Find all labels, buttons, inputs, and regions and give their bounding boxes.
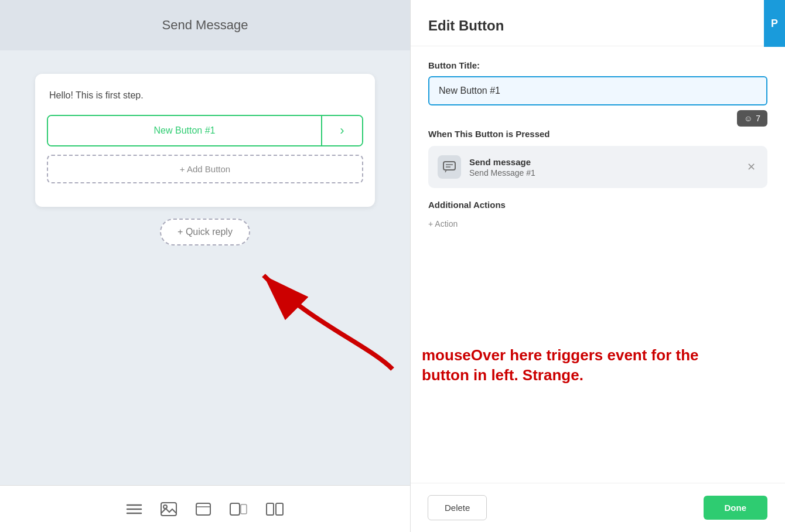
send-message-header: Send Message [0,0,410,50]
new-button-main[interactable]: New Button #1 [48,116,321,145]
toolbar-text-icon[interactable] [126,503,142,516]
blue-tab[interactable]: P [764,0,785,47]
panel-footer: Delete Done [410,483,785,532]
toolbar-gallery-icon[interactable] [229,502,248,516]
additional-actions-label: Additional Actions [428,200,767,210]
title-input-wrapper: ☺ 7 [428,76,767,105]
action-name: Send Message #1 [469,168,736,178]
char-count-value: 7 [756,114,760,123]
svg-rect-7 [230,503,240,515]
button-title-input[interactable] [428,76,767,105]
button-row: New Button #1 › [47,115,363,146]
right-panel: Edit Button P Button Title: ☺ 7 When Thi… [410,0,785,532]
send-message-title: Send Message [162,18,248,32]
action-info: Send message Send Message #1 [469,157,736,178]
svg-point-4 [163,505,167,509]
message-card: Hello! This is first step. New Button #1… [35,74,375,207]
when-pressed-label: When This Button is Pressed [428,129,767,139]
svg-rect-9 [267,503,274,515]
svg-rect-3 [161,503,176,516]
quick-reply-area: + Quick reply [0,219,410,245]
emoji-icon: ☺ [744,114,752,123]
quick-reply-button[interactable]: + Quick reply [160,219,250,245]
button-arrow-icon[interactable]: › [321,116,362,145]
left-panel: Send Message Hello! This is first step. … [0,0,410,532]
svg-rect-10 [276,503,283,515]
delete-button[interactable]: Delete [428,495,487,520]
toolbar-card-icon[interactable] [195,502,211,516]
bottom-toolbar [0,485,410,532]
add-action-button[interactable]: + Action [428,216,767,232]
message-text: Hello! This is first step. [47,86,363,105]
action-type: Send message [469,157,736,167]
svg-rect-5 [196,503,210,515]
action-close-button[interactable]: ✕ [745,158,758,176]
char-counter: ☺ 7 [737,110,767,127]
edit-button-title: Edit Button [411,0,785,46]
panel-body: Button Title: ☺ 7 When This Button is Pr… [411,46,785,246]
action-card: Send message Send Message #1 ✕ [428,146,767,188]
toolbar-image-icon[interactable] [160,502,178,517]
button-title-label: Button Title: [428,60,767,70]
done-button[interactable]: Done [704,496,768,520]
send-message-icon [438,155,461,179]
svg-rect-8 [241,504,247,514]
toolbar-split-icon[interactable] [265,502,284,516]
svg-rect-12 [443,162,455,170]
add-button-area[interactable]: + Add Button [47,155,363,183]
